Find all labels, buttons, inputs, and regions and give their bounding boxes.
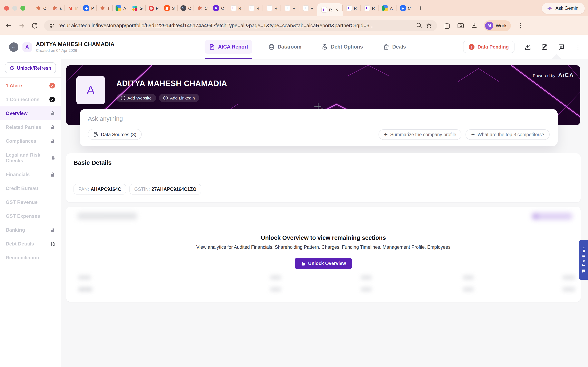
suggestion-chip-summarize[interactable]: ✦ Summarize the company profile	[378, 129, 462, 140]
unlock-overview-button[interactable]: Unlock Overview	[295, 258, 352, 269]
ask-anything-card: Data Sources (3) ✦ Summarize the company…	[80, 109, 558, 146]
page-title: ADITYA MAHESH CHAMADIA	[36, 41, 114, 47]
browser-tab[interactable]: LR	[361, 3, 379, 13]
browser-tab-strip: ✱C ✱s MIr ◆P ✱T A G P S SC ✱C kC LR LR L…	[0, 0, 588, 16]
edit-icon[interactable]	[541, 43, 548, 50]
document-icon	[209, 44, 215, 50]
bookmark-star-icon[interactable]	[426, 22, 432, 29]
suggestion-chip-competitors[interactable]: ✦ What are the top 3 competitors?	[466, 129, 550, 140]
tab-dataroom[interactable]: Dataroom	[264, 35, 306, 59]
browser-tab[interactable]: LR	[299, 3, 317, 13]
download-icon[interactable]	[470, 22, 478, 29]
sidebar-item-related-parties[interactable]: Related Parties	[0, 120, 61, 134]
sidebar-item-banking[interactable]: Banking	[0, 223, 61, 237]
sidebar-item-alerts[interactable]: 1 Alerts ↗	[0, 79, 61, 92]
browser-tab[interactable]: LR	[263, 3, 281, 13]
comments-icon[interactable]	[558, 43, 565, 50]
red-ring-icon	[148, 6, 154, 11]
sidebar-item-reconciliation[interactable]: Reconciliation	[0, 251, 61, 265]
orange-app-icon	[164, 5, 170, 11]
zoom-window-button[interactable]	[20, 6, 25, 11]
sidebar-item-financials[interactable]: Financials	[0, 167, 61, 182]
close-tab-icon[interactable]: ✕	[335, 8, 338, 12]
claude-asterisk-icon: ✱	[52, 5, 58, 11]
recur-favicon: L	[231, 5, 236, 11]
tab-deals[interactable]: Deals	[379, 35, 410, 59]
browser-tab[interactable]: LR	[245, 3, 263, 13]
ask-anything-input[interactable]	[88, 115, 411, 122]
pinned-tab[interactable]: ✱C	[33, 3, 49, 13]
search-tabs-icon[interactable]	[457, 22, 464, 29]
sidebar-item-credit-bureau[interactable]: Credit Bureau	[0, 182, 61, 195]
pinned-tab[interactable]: ✱s	[49, 3, 65, 13]
new-tab-button[interactable]: +	[419, 4, 423, 12]
money-bag-icon	[321, 44, 328, 50]
browser-toolbar: recur.aicatech.in/investor/app/portfolio…	[0, 16, 588, 35]
pinned-tab[interactable]: ◆P	[81, 3, 97, 13]
address-bar[interactable]: recur.aicatech.in/investor/app/portfolio…	[44, 20, 437, 31]
sidebar-item-overview[interactable]: Overview	[0, 106, 61, 120]
google-drive-icon	[382, 5, 388, 11]
toolbar-actions: M Work	[443, 20, 524, 31]
lock-icon	[50, 172, 55, 177]
unlock-refresh-button[interactable]: Unlock/Refresh	[5, 62, 56, 73]
sidebar-item-debt-details[interactable]: Debt Details	[0, 237, 61, 251]
pinned-tab[interactable]: SC	[178, 3, 194, 13]
site-settings-icon[interactable]	[49, 23, 55, 28]
pinned-tab[interactable]: P	[146, 3, 161, 13]
pinned-tab[interactable]: A	[113, 3, 129, 13]
lock-icon	[50, 111, 55, 116]
unlock-heading: Unlock Overview to view remaining sectio…	[66, 234, 581, 241]
plus-circle-icon: +	[164, 96, 168, 100]
recur-favicon: L	[303, 5, 309, 11]
browser-tab[interactable]: LR	[281, 3, 299, 13]
claude-asterisk-icon: ✱	[35, 5, 41, 11]
browser-menu-icon[interactable]	[517, 22, 524, 29]
banner-company-name: ADITYA MAHESH CHAMADIA	[116, 79, 227, 88]
refresh-icon	[9, 66, 15, 70]
minimize-window-button[interactable]	[12, 6, 17, 11]
zoom-out-icon[interactable]	[416, 22, 422, 29]
tab-debt-options[interactable]: Debt Options	[317, 35, 367, 59]
pinned-tab[interactable]: ✱C	[194, 3, 210, 13]
import-report-icon[interactable]	[524, 43, 531, 50]
browser-tab[interactable]: A	[379, 3, 396, 13]
pinned-tab[interactable]: G	[129, 3, 146, 13]
data-sources-button[interactable]: Data Sources (3)	[88, 129, 142, 140]
database-search-icon	[93, 132, 98, 137]
pinned-tab[interactable]: kC	[210, 3, 227, 13]
data-pending-button[interactable]: ! Data Pending	[463, 41, 515, 53]
basic-details-title: Basic Details	[66, 153, 581, 171]
sidebar-item-gst-revenue[interactable]: GST Revenue	[0, 195, 61, 209]
lock-icon	[51, 155, 55, 160]
sidebar-item-gst-expenses[interactable]: GST Expenses	[0, 209, 61, 223]
tab-aica-report[interactable]: AICA Report	[205, 35, 252, 59]
pinned-tab[interactable]: S	[162, 3, 178, 13]
pinned-tab[interactable]: ✱T	[97, 3, 113, 13]
browser-tab[interactable]: LR	[342, 3, 360, 13]
add-website-button[interactable]: + Add Website	[116, 94, 156, 102]
ask-gemini-button[interactable]: Ask Gemini	[542, 3, 585, 14]
browser-tab[interactable]: ▶C	[396, 3, 414, 13]
extensions-icon[interactable]	[443, 22, 451, 29]
more-options-icon[interactable]	[575, 43, 581, 50]
add-linkedin-button[interactable]: + Add Linkedin	[159, 94, 199, 102]
gstin-value: GSTIN: 27AHAPC9164C1ZO	[130, 184, 201, 194]
back-icon[interactable]	[5, 22, 12, 29]
back-button[interactable]: ←	[9, 42, 18, 52]
feedback-tab[interactable]: Feedback	[579, 240, 588, 280]
arrow-up-right-icon: ↗	[49, 97, 55, 102]
forward-icon[interactable]	[18, 22, 25, 29]
browser-tab[interactable]: LR	[227, 3, 245, 13]
browser-tab-active[interactable]: LR✕	[317, 3, 343, 16]
header-actions: ! Data Pending	[463, 35, 581, 59]
sidebar-item-legal-risk-checks[interactable]: Legal and Risk Checks	[0, 148, 61, 167]
reload-icon[interactable]	[31, 22, 38, 29]
window-controls	[4, 6, 25, 11]
browser-profile-button[interactable]: M Work	[484, 20, 511, 31]
feedback-chat-icon	[581, 269, 586, 274]
close-window-button[interactable]	[4, 6, 9, 11]
pinned-tab[interactable]: MIr	[65, 3, 80, 13]
sidebar-item-compliances[interactable]: Compliances	[0, 134, 61, 148]
sidebar-item-connections[interactable]: 1 Connections ↗	[0, 92, 61, 106]
